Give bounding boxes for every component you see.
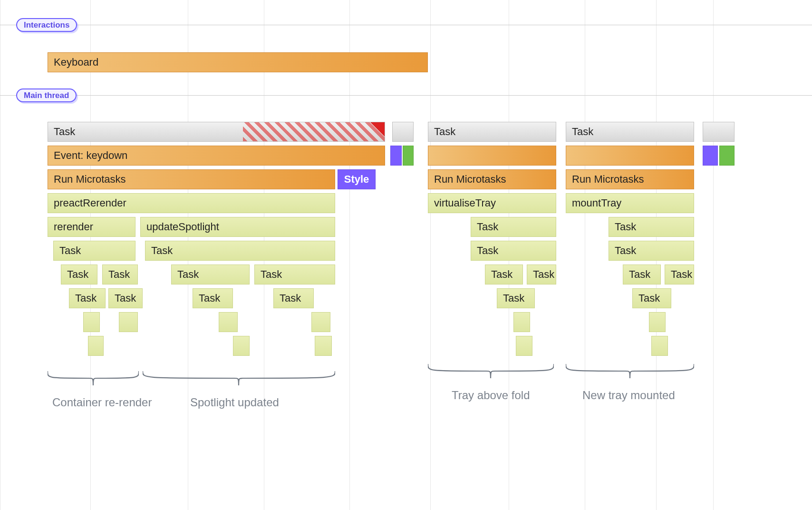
- fn-preact-rerender[interactable]: preactRerender: [48, 193, 335, 213]
- flame-task[interactable]: Task: [61, 265, 97, 284]
- section-rule: [0, 25, 812, 25]
- annotation-container-rerender: Container re-render: [52, 396, 152, 409]
- flame-task[interactable]: [119, 312, 138, 332]
- fn-mount-tray[interactable]: mountTray: [566, 193, 694, 213]
- flame-task[interactable]: Task: [623, 265, 661, 284]
- fn-update-spotlight[interactable]: updateSpotlight: [140, 217, 335, 237]
- perf-flame-chart: Interactions Keyboard Main thread Task E…: [0, 0, 812, 510]
- flame-task[interactable]: Task: [273, 288, 314, 308]
- flame-task[interactable]: Task: [108, 288, 143, 308]
- interaction-keyboard[interactable]: Keyboard: [48, 52, 428, 72]
- flame-task[interactable]: [516, 336, 532, 356]
- brace-icon: [143, 371, 335, 390]
- flame-task[interactable]: Task: [485, 265, 523, 284]
- task-bar-small[interactable]: [703, 122, 735, 142]
- flame-task[interactable]: Task: [69, 288, 106, 308]
- gridline: [713, 0, 714, 510]
- flame-task[interactable]: [315, 336, 332, 356]
- flame-task[interactable]: Task: [102, 265, 138, 284]
- paint-chip[interactable]: [719, 146, 735, 166]
- flame-task[interactable]: Task: [609, 241, 694, 261]
- task-bar[interactable]: Task: [566, 122, 694, 142]
- fn-rerender[interactable]: rerender: [48, 217, 135, 237]
- flame-task[interactable]: Task: [171, 265, 250, 284]
- flame-task[interactable]: Task: [609, 217, 694, 237]
- layout-chip[interactable]: [703, 146, 718, 166]
- task-bar[interactable]: Task: [48, 122, 385, 142]
- section-pill-interactions[interactable]: Interactions: [16, 18, 77, 32]
- flame-task[interactable]: Task: [145, 241, 335, 261]
- flame-task[interactable]: Task: [497, 288, 535, 308]
- paint-chip[interactable]: [403, 146, 414, 166]
- annotation-tray-above-fold: Tray above fold: [452, 389, 530, 402]
- flame-task[interactable]: [513, 312, 530, 332]
- event-row[interactable]: [428, 146, 556, 166]
- annotation-new-tray-mounted: New tray mounted: [582, 389, 675, 402]
- fn-virtualise-tray[interactable]: virtualiseTray: [428, 193, 556, 213]
- brace-icon: [566, 364, 694, 383]
- layout-chip[interactable]: [390, 146, 402, 166]
- flame-task[interactable]: [83, 312, 100, 332]
- flame-task[interactable]: Task: [193, 288, 233, 308]
- section-rule: [0, 95, 812, 96]
- flame-task[interactable]: Task: [471, 217, 556, 237]
- gridline: [0, 0, 0, 510]
- annotation-spotlight-updated: Spotlight updated: [190, 396, 279, 409]
- gridline: [585, 0, 585, 510]
- flame-task[interactable]: Task: [632, 288, 671, 308]
- gridline: [430, 0, 431, 510]
- flame-task[interactable]: Task: [665, 265, 694, 284]
- run-microtasks[interactable]: Run Microtasks: [48, 169, 335, 189]
- brace-icon: [428, 364, 554, 383]
- task-bar[interactable]: Task: [428, 122, 556, 142]
- event-row[interactable]: [566, 146, 694, 166]
- flame-task[interactable]: Task: [471, 241, 556, 261]
- gridline: [349, 0, 350, 510]
- flame-task[interactable]: [233, 336, 250, 356]
- run-microtasks[interactable]: Run Microtasks: [428, 169, 556, 189]
- flame-task[interactable]: Task: [53, 241, 135, 261]
- flame-task[interactable]: Task: [254, 265, 335, 284]
- flame-task[interactable]: Task: [527, 265, 556, 284]
- section-pill-main-thread[interactable]: Main thread: [16, 88, 77, 102]
- brace-icon: [48, 371, 139, 390]
- event-keydown[interactable]: Event: keydown: [48, 146, 385, 166]
- flame-task[interactable]: [649, 312, 666, 332]
- flame-task[interactable]: [88, 336, 104, 356]
- task-bar-small[interactable]: [392, 122, 414, 142]
- style-recalc[interactable]: Style: [338, 169, 376, 189]
- flame-task[interactable]: [651, 336, 668, 356]
- flame-task[interactable]: [219, 312, 238, 332]
- run-microtasks[interactable]: Run Microtasks: [566, 169, 694, 189]
- flame-task[interactable]: [311, 312, 330, 332]
